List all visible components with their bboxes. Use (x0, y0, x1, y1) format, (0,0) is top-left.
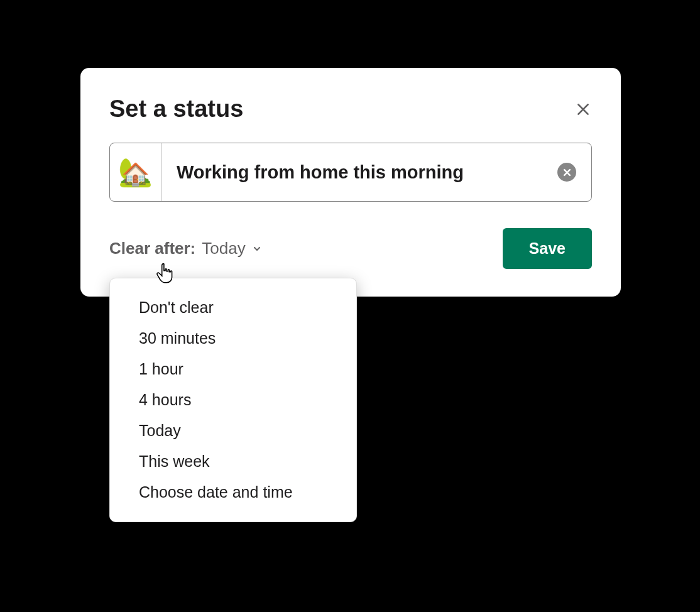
dropdown-item-4-hours[interactable]: 4 hours (110, 385, 356, 415)
house-garden-icon: 🏡 (118, 156, 153, 189)
set-status-modal: Set a status 🏡 Working from home this mo… (80, 68, 621, 297)
modal-header: Set a status (109, 96, 592, 123)
dropdown-item-30-minutes[interactable]: 30 minutes (110, 323, 356, 354)
chevron-down-icon (252, 244, 262, 254)
dropdown-item-this-week[interactable]: This week (110, 446, 356, 477)
clear-after-value: Today (202, 239, 245, 258)
clear-after-label: Clear after: (109, 239, 195, 258)
save-button[interactable]: Save (503, 228, 592, 269)
close-icon (575, 101, 591, 117)
clear-after-dropdown: Don't clear 30 minutes 1 hour 4 hours To… (109, 278, 357, 522)
dropdown-item-today[interactable]: Today (110, 415, 356, 446)
clear-status-button[interactable] (557, 163, 576, 182)
dropdown-item-choose-date-time[interactable]: Choose date and time (110, 477, 356, 508)
x-icon (562, 168, 572, 177)
close-button[interactable] (574, 101, 592, 118)
dropdown-item-dont-clear[interactable]: Don't clear (110, 292, 356, 323)
status-emoji-picker[interactable]: 🏡 (110, 143, 161, 201)
clear-after-dropdown-trigger[interactable]: Clear after: Today (109, 239, 262, 258)
status-input-row: 🏡 Working from home this morning (109, 143, 592, 202)
status-text-value: Working from home this morning (177, 162, 557, 183)
modal-footer: Clear after: Today Save (109, 228, 592, 269)
dropdown-item-1-hour[interactable]: 1 hour (110, 354, 356, 385)
status-text-field[interactable]: Working from home this morning (161, 143, 591, 201)
modal-title: Set a status (109, 96, 243, 123)
